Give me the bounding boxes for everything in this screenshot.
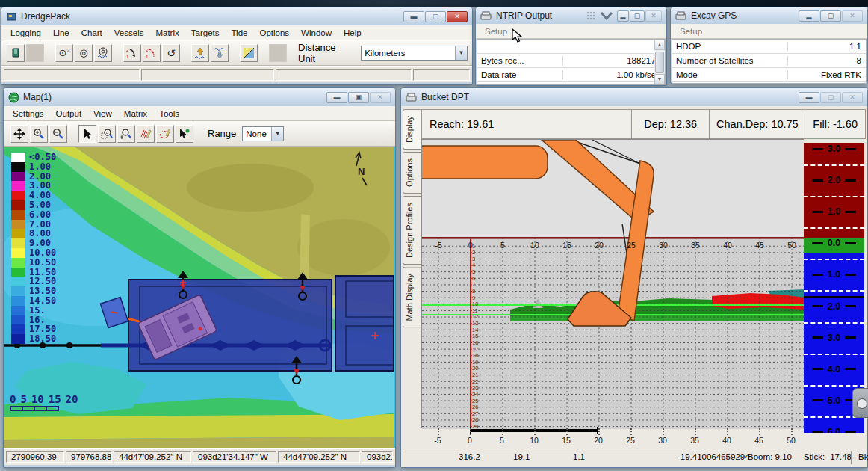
scroll-thumb[interactable] bbox=[655, 52, 664, 73]
map-canvas[interactable]: <0.501.002.003.004.005.006.007.008.009.0… bbox=[4, 147, 395, 448]
chevron-down-icon[interactable] bbox=[600, 11, 613, 21]
close-button[interactable]: ✕ bbox=[842, 10, 863, 22]
map-status-cell: 979768.88 bbox=[66, 451, 112, 463]
legend-color-cell bbox=[11, 229, 25, 238]
menu-item-targets[interactable]: Targets bbox=[185, 27, 226, 39]
pointer-query-icon[interactable] bbox=[176, 125, 193, 143]
close-button[interactable]: ✕ bbox=[645, 10, 662, 22]
zoom-extents-icon[interactable] bbox=[10, 125, 28, 143]
line-swap-icon[interactable]: 21 bbox=[123, 44, 141, 62]
ntrip-titlebar[interactable]: NTRIP Output ▂ ▢ ✕ bbox=[476, 7, 666, 24]
svg-text:15: 15 bbox=[562, 241, 571, 250]
tide-lower-icon[interactable] bbox=[211, 44, 229, 62]
menu-item-logging[interactable]: Logging bbox=[4, 27, 47, 39]
tide-raise-icon[interactable] bbox=[191, 44, 209, 62]
map-status-cell: 44d47'09.252" N bbox=[278, 451, 360, 463]
dredgepack-titlebar[interactable]: DredgePack ▬ ▢ ✕ bbox=[1, 7, 472, 25]
excav-titlebar[interactable]: Excav GPS ▂ ▢ ✕ bbox=[671, 7, 867, 24]
svg-text:1: 1 bbox=[146, 55, 149, 59]
menu-item-setup[interactable]: Setup bbox=[479, 25, 513, 37]
maximize-button[interactable]: ▣ bbox=[348, 92, 369, 103]
bucket-status-value: Bkt bbox=[858, 452, 868, 461]
legend-color-cell bbox=[11, 296, 25, 306]
matrix-diagonal-icon[interactable] bbox=[240, 44, 258, 62]
legend-label: 15. bbox=[29, 306, 56, 315]
scalebar-tick: 15 bbox=[49, 393, 61, 405]
concentric-circles-icon[interactable]: ◎ bbox=[75, 44, 93, 62]
combo-arrow-icon[interactable]: ▼ bbox=[271, 127, 283, 141]
circles-wave-icon[interactable] bbox=[94, 44, 112, 62]
menu-item-settings[interactable]: Settings bbox=[7, 108, 50, 120]
combo-arrow-icon[interactable]: ▼ bbox=[455, 46, 467, 60]
bucket-statusbar: 316.219.11.1-19.410064659294Boom: 9.10St… bbox=[403, 449, 866, 467]
range-combo[interactable]: None ▼ bbox=[242, 126, 284, 141]
window-title: NTRIP Output bbox=[496, 10, 552, 21]
minimize-button[interactable]: ▬ bbox=[403, 11, 424, 22]
svg-text:45: 45 bbox=[755, 241, 764, 250]
bucket-status-value: -19.410064659294 bbox=[678, 452, 750, 461]
svg-text:25: 25 bbox=[627, 241, 636, 250]
axis-tick-label: 15 bbox=[562, 436, 571, 445]
menu-item-view[interactable]: View bbox=[87, 108, 118, 120]
target-dot-icon[interactable]: ⊙2 bbox=[55, 44, 73, 62]
menu-item-tools[interactable]: Tools bbox=[153, 108, 185, 120]
row-value: Fixed RTK bbox=[788, 70, 866, 79]
zoom-window-icon[interactable] bbox=[98, 125, 116, 143]
menu-item-tide[interactable]: Tide bbox=[225, 27, 253, 39]
pen-hatch-icon[interactable] bbox=[137, 125, 155, 143]
menu-item-setup[interactable]: Setup bbox=[674, 25, 708, 37]
menu-item-matrix[interactable]: Matrix bbox=[118, 108, 153, 120]
minimize-button[interactable]: ▂ bbox=[799, 10, 819, 22]
scale-label: 3.0 bbox=[804, 144, 864, 154]
maximize-button[interactable]: ▢ bbox=[820, 10, 841, 22]
minimize-button[interactable]: ▬ bbox=[326, 92, 347, 103]
scale-label: 6.0 bbox=[804, 427, 864, 433]
scale-above-grade bbox=[804, 143, 864, 238]
close-button[interactable]: ✕ bbox=[447, 11, 468, 22]
tab-math-display[interactable]: Math Display bbox=[403, 267, 421, 328]
axis-tick bbox=[502, 428, 503, 435]
menu-item-chart[interactable]: Chart bbox=[75, 27, 108, 39]
scroll-up-icon[interactable]: ▲ bbox=[654, 40, 665, 50]
tab-display[interactable]: Display bbox=[403, 109, 421, 150]
close-button[interactable]: ✕ bbox=[842, 92, 863, 103]
bucket-profile-plot[interactable]: 1234567891011121314151617181920212223242… bbox=[421, 139, 804, 428]
legend-label: 5.00 bbox=[29, 200, 56, 210]
axis-tick bbox=[727, 428, 728, 435]
scroll-down-icon[interactable]: ▼ bbox=[654, 74, 665, 84]
tab-design-profiles[interactable]: Design Profiles bbox=[403, 196, 421, 265]
logging-icon[interactable] bbox=[7, 44, 25, 62]
scale-label: 2.0 bbox=[804, 175, 864, 185]
menu-item-vessels[interactable]: Vessels bbox=[108, 27, 150, 39]
menu-item-line[interactable]: Line bbox=[47, 27, 75, 39]
pointer-tool-icon[interactable] bbox=[78, 125, 96, 143]
menu-item-window[interactable]: Window bbox=[295, 27, 338, 39]
zoom-dynamic-icon[interactable] bbox=[117, 125, 135, 143]
maximize-button[interactable]: ▢ bbox=[425, 11, 446, 22]
axis-tick-label: -5 bbox=[434, 436, 441, 445]
bucket-titlebar[interactable]: Bucket DPT ▬ ▢ ✕ bbox=[401, 88, 867, 106]
minimize-button[interactable]: ▂ bbox=[617, 10, 629, 22]
ntrip-scrollbar[interactable]: ▲ ▼ bbox=[654, 40, 665, 84]
zoom-out-icon[interactable] bbox=[49, 125, 67, 143]
erase-region-icon[interactable] bbox=[156, 125, 174, 143]
distance-unit-combo[interactable]: Kilometers ▼ bbox=[361, 46, 468, 61]
rotate-line-icon[interactable]: ↺ bbox=[162, 44, 180, 62]
tab-options[interactable]: Options bbox=[403, 152, 421, 194]
legend-color-cell bbox=[11, 258, 25, 268]
close-button[interactable]: ✕ bbox=[370, 92, 391, 103]
menu-item-matrix[interactable]: Matrix bbox=[149, 27, 185, 39]
maximize-button[interactable]: ▢ bbox=[630, 10, 645, 22]
menu-item-help[interactable]: Help bbox=[338, 27, 368, 39]
map-titlebar[interactable]: Map(1) ▬ ▣ ✕ bbox=[4, 88, 395, 106]
legend-color-cell bbox=[11, 306, 25, 315]
maximize-button[interactable]: ▢ bbox=[820, 92, 841, 103]
zoom-in-icon[interactable] bbox=[30, 125, 48, 143]
menu-item-options[interactable]: Options bbox=[253, 27, 295, 39]
minimize-button[interactable]: ▬ bbox=[799, 92, 819, 103]
scale-half-tick bbox=[804, 164, 864, 166]
legend-color-cell bbox=[11, 220, 25, 230]
overlay-widget[interactable] bbox=[852, 388, 868, 418]
menu-item-output[interactable]: Output bbox=[50, 108, 88, 120]
line-swap-red-icon[interactable]: 21 bbox=[143, 44, 161, 62]
